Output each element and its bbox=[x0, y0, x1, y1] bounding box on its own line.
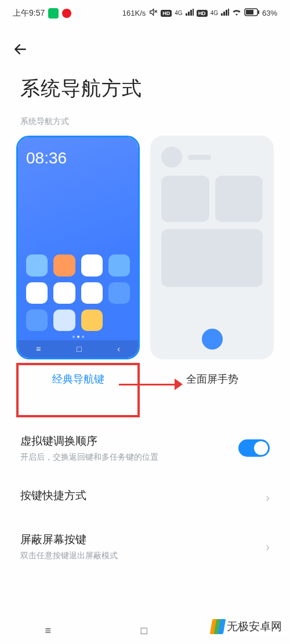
status-bar: 上午9:57 161K/s HD 4G HD 4G 63% bbox=[0, 0, 290, 26]
sim1-4g: 4G bbox=[175, 10, 182, 16]
status-left: 上午9:57 bbox=[13, 8, 71, 19]
app-icon bbox=[26, 254, 48, 276]
qq-icon bbox=[62, 9, 71, 18]
gesture-dot-icon bbox=[202, 329, 223, 350]
gesture-preview bbox=[150, 136, 274, 359]
block-placeholder bbox=[161, 229, 263, 287]
back-button[interactable] bbox=[12, 41, 29, 58]
text-placeholder bbox=[188, 155, 211, 160]
setting-key-shortcut[interactable]: 按键快捷方式 › bbox=[20, 475, 270, 519]
option-gesture-nav[interactable]: 全面屏手势 bbox=[150, 136, 274, 386]
wechat-icon bbox=[48, 8, 59, 19]
setting-sub: 双击任意按键退出屏蔽模式 bbox=[20, 551, 266, 561]
option-classic-label: 经典导航键 bbox=[52, 372, 104, 386]
avatar-placeholder bbox=[161, 147, 182, 168]
sys-menu-button[interactable]: ≡ bbox=[45, 625, 51, 637]
sys-home-button[interactable]: □ bbox=[141, 625, 147, 637]
section-label: 系统导航方式 bbox=[0, 117, 290, 136]
preview-time: 08:36 bbox=[26, 149, 130, 168]
app-icon bbox=[81, 310, 103, 331]
app-icon bbox=[81, 254, 103, 276]
preview-row bbox=[161, 176, 263, 222]
sim2-4g: 4G bbox=[211, 10, 218, 16]
status-time: 上午9:57 bbox=[13, 8, 45, 19]
home-icon: □ bbox=[77, 344, 81, 354]
setting-title: 虚拟键调换顺序 bbox=[20, 434, 238, 449]
back-icon: ‹ bbox=[117, 344, 120, 354]
setting-hide-keys[interactable]: 屏蔽屏幕按键 双击任意按键退出屏蔽模式 › bbox=[20, 519, 270, 574]
svg-rect-4 bbox=[246, 10, 253, 14]
chevron-right-icon: › bbox=[266, 540, 270, 554]
signal1-icon bbox=[186, 9, 194, 17]
setting-swap-order[interactable]: 虚拟键调换顺序 开启后，交换返回键和多任务键的位置 bbox=[20, 421, 270, 475]
wifi-icon bbox=[232, 9, 241, 17]
battery-pct: 63% bbox=[262, 9, 277, 17]
setting-title: 屏蔽屏幕按键 bbox=[20, 532, 266, 547]
hd2-icon: HD bbox=[197, 10, 208, 17]
preview-nav-bar: ≡ □ ‹ bbox=[18, 340, 138, 358]
nav-options: 08:36 ≡ □ bbox=[0, 136, 290, 386]
hd-icon: HD bbox=[161, 10, 172, 17]
battery-icon bbox=[244, 8, 259, 18]
setting-sub: 开启后，交换返回键和多任务键的位置 bbox=[20, 452, 238, 463]
watermark: 无极安卓网 bbox=[208, 618, 285, 635]
mute-icon bbox=[148, 8, 158, 19]
option-classic-nav[interactable]: 08:36 ≡ □ bbox=[16, 136, 140, 386]
signal2-icon bbox=[221, 9, 229, 17]
annotation-highlight bbox=[16, 363, 140, 417]
app-icon bbox=[108, 254, 130, 276]
block-placeholder bbox=[161, 176, 209, 222]
swap-order-toggle[interactable] bbox=[238, 439, 270, 457]
app-icon bbox=[53, 282, 75, 304]
option-gesture-label: 全面屏手势 bbox=[186, 372, 238, 386]
preview-app-grid bbox=[26, 254, 130, 331]
block-placeholder bbox=[215, 176, 263, 222]
app-icon bbox=[53, 310, 75, 331]
netspeed: 161K/s bbox=[122, 9, 146, 17]
status-right: 161K/s HD 4G HD 4G 63% bbox=[122, 8, 277, 19]
svg-rect-3 bbox=[258, 10, 259, 14]
watermark-logo-icon bbox=[211, 619, 223, 634]
app-icon bbox=[53, 254, 75, 276]
app-icon bbox=[26, 310, 48, 331]
settings-list: 虚拟键调换顺序 开启后，交换返回键和多任务键的位置 按键快捷方式 › 屏蔽屏幕按… bbox=[0, 421, 290, 574]
app-icon bbox=[108, 282, 130, 304]
classic-preview: 08:36 ≡ □ bbox=[16, 136, 140, 359]
page-title: 系统导航方式 bbox=[0, 58, 290, 117]
menu-icon: ≡ bbox=[36, 344, 41, 354]
setting-title: 按键快捷方式 bbox=[20, 488, 266, 503]
top-bar bbox=[0, 26, 290, 58]
chevron-right-icon: › bbox=[266, 491, 270, 504]
preview-header bbox=[161, 147, 263, 168]
app-icon bbox=[26, 282, 48, 304]
app-icon bbox=[81, 282, 103, 304]
page-dots bbox=[18, 336, 138, 338]
watermark-text: 无极安卓网 bbox=[227, 619, 282, 634]
